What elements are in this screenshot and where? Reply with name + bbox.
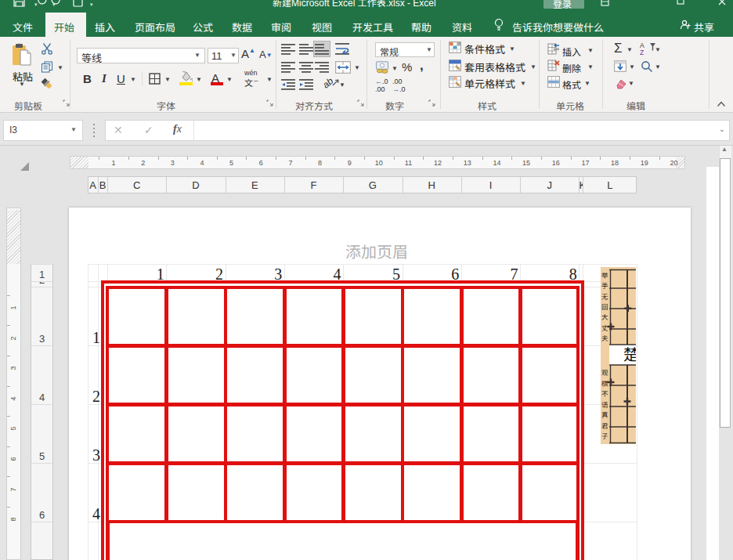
svg-text:楚: 楚 [623,342,636,365]
svg-text:回: 回 [601,302,608,311]
svg-text:棋: 棋 [601,378,608,388]
svg-text:夫: 夫 [601,333,608,342]
svg-text:无: 无 [601,291,608,301]
svg-text:语: 语 [601,399,608,409]
svg-text:子: 子 [601,431,608,440]
svg-text:大: 大 [601,312,608,321]
svg-text:真: 真 [601,410,608,419]
svg-text:观: 观 [601,367,608,377]
svg-text:君: 君 [601,421,608,430]
svg-text:举: 举 [601,270,608,280]
svg-text:不: 不 [601,388,608,398]
svg-text:手: 手 [601,280,608,290]
svg-text:丈: 丈 [601,323,608,332]
svg-text:Z: Z [640,49,644,56]
